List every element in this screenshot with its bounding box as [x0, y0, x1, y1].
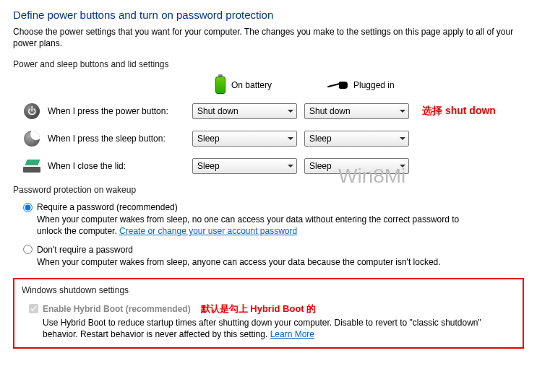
hybrid-boot-desc-text: Use Hybrid Boot to reduce startup times … [43, 318, 481, 339]
row-close-lid: When I close the lid: Sleep Sleep [13, 157, 524, 175]
power-button-label: When I press the power button: [48, 106, 192, 116]
annotation-hybrid-boot: 默认是勾上 Hybrid Boot 的 [201, 302, 317, 315]
row-sleep-button: When I press the sleep button: Sleep Sle… [13, 130, 524, 147]
plugged-in-label: Plugged in [353, 80, 395, 90]
option-require-password: Require a password (recommended) When yo… [13, 202, 524, 237]
annotation-shutdown: 选择 shut down [422, 105, 496, 118]
chevron-down-icon [400, 110, 405, 113]
require-password-radio[interactable] [23, 203, 33, 212]
dropdown-value: Sleep [309, 161, 332, 171]
section-password-label: Password protection on wakeup [13, 185, 524, 195]
close-lid-label: When I close the lid: [48, 161, 192, 171]
dont-require-password-label: Don't require a password [37, 245, 133, 255]
hybrid-boot-desc: Use Hybrid Boot to reduce startup times … [22, 317, 484, 340]
dropdown-value: Sleep [309, 134, 332, 144]
dropdown-value: Sleep [197, 161, 220, 171]
column-plugged-in: Plugged in [327, 80, 439, 90]
dropdown-value: Shut down [197, 106, 239, 116]
dropdown-value: Shut down [309, 106, 351, 116]
power-button-plugged-dropdown[interactable]: Shut down [304, 103, 409, 119]
enable-hybrid-boot-checkbox[interactable] [29, 304, 38, 313]
dont-require-password-radio[interactable] [23, 245, 33, 254]
chevron-down-icon [400, 165, 405, 167]
require-password-desc: When your computer wakes from sleep, no … [23, 214, 471, 237]
chevron-down-icon [288, 137, 293, 140]
learn-more-link[interactable]: Learn More [270, 329, 314, 339]
chevron-down-icon [400, 137, 405, 140]
row-power-button: When I press the power button: Shut down… [13, 103, 524, 120]
enable-hybrid-boot-label: Enable Hybrid Boot (recommended) [43, 304, 191, 314]
power-button-icon [23, 103, 40, 120]
power-button-battery-dropdown[interactable]: Shut down [192, 103, 297, 119]
section-shutdown-label: Windows shutdown settings [22, 285, 515, 295]
battery-icon [215, 77, 225, 94]
plug-icon [327, 80, 348, 90]
dont-require-password-desc: When your computer wakes from sleep, any… [23, 256, 471, 268]
sleep-button-icon [23, 130, 40, 147]
on-battery-label: On battery [231, 80, 272, 90]
option-dont-require-password: Don't require a password When your compu… [13, 245, 524, 268]
lid-plugged-dropdown[interactable]: Sleep [304, 158, 409, 174]
sleep-button-label: When I press the sleep button: [48, 134, 192, 144]
column-on-battery: On battery [215, 77, 327, 94]
create-change-password-link[interactable]: Create or change your user account passw… [119, 226, 297, 236]
page-title: Define power buttons and turn on passwor… [13, 9, 524, 21]
lid-icon [23, 157, 40, 175]
sleep-button-battery-dropdown[interactable]: Sleep [192, 131, 297, 147]
shutdown-settings-box: Windows shutdown settings Enable Hybrid … [13, 278, 524, 349]
sleep-button-plugged-dropdown[interactable]: Sleep [304, 131, 409, 147]
columns-header: On battery Plugged in [215, 77, 524, 94]
lid-battery-dropdown[interactable]: Sleep [192, 158, 297, 174]
dropdown-value: Sleep [197, 134, 220, 144]
chevron-down-icon [288, 165, 293, 167]
section-power-sleep-label: Power and sleep buttons and lid settings [13, 59, 524, 69]
require-password-label: Require a password (recommended) [37, 202, 178, 212]
chevron-down-icon [288, 110, 293, 113]
page-description: Choose the power settings that you want … [13, 27, 524, 49]
